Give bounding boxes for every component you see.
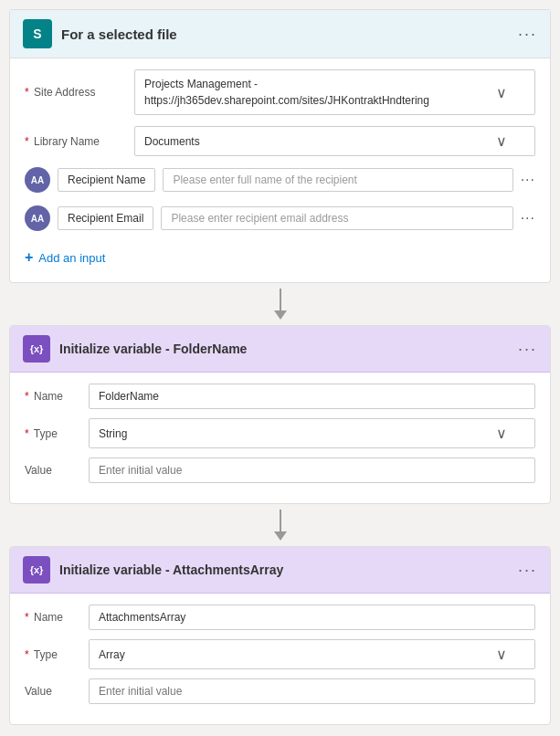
arrow-connector-2 (274, 510, 287, 541)
init-folder-header-left: {x} Initialize variable - FolderName (23, 335, 247, 363)
attachments-name-row: * Name (25, 605, 535, 630)
recipient-name-badge: AA (25, 167, 50, 193)
header-more-button[interactable]: ··· (518, 25, 537, 44)
card-header-left: S For a selected file (23, 19, 177, 48)
folder-value-row: Value (25, 457, 535, 483)
attachments-type-row: * Type Array ∨ (25, 639, 535, 669)
library-name-dropdown[interactable]: Documents ∨ (134, 126, 535, 156)
init-folder-body: * Name * Type String ∨ (10, 373, 550, 503)
site-address-label: * Site Address (25, 86, 134, 99)
arrow-line-1 (280, 289, 281, 310)
site-address-control[interactable]: Projects Management - https://jh365dev.s… (134, 69, 535, 115)
selected-file-card: S For a selected file ··· * Site Address… (9, 9, 551, 283)
folder-name-label: * Name (25, 390, 89, 403)
recipient-email-input[interactable]: Please enter recipient email address (161, 206, 512, 230)
folder-name-input[interactable] (89, 384, 535, 409)
attachments-value-input[interactable] (89, 678, 535, 704)
folder-type-control[interactable]: String ∨ (89, 418, 535, 448)
arrow-head-1 (274, 310, 287, 320)
library-name-label: * Library Name (25, 135, 134, 148)
site-address-dropdown[interactable]: Projects Management - https://jh365dev.s… (134, 69, 535, 115)
attachments-type-label: * Type (25, 648, 89, 661)
init-attachments-title: Initialize variable - AttachmentsArray (59, 563, 283, 577)
arrow-line-2 (280, 510, 281, 531)
init-attachments-icon: {x} (23, 556, 50, 584)
site-address-value: Projects Management - https://jh365dev.s… (144, 76, 429, 109)
folder-type-label: * Type (25, 427, 89, 440)
recipient-name-more-button[interactable]: ··· (521, 172, 535, 188)
library-name-row: * Library Name Documents ∨ (25, 126, 535, 156)
init-folder-card: {x} Initialize variable - FolderName ···… (9, 325, 551, 504)
folder-name-row: * Name (25, 384, 535, 409)
attachments-type-dropdown[interactable]: Array ∨ (89, 639, 535, 669)
recipient-name-label-box[interactable]: Recipient Name (58, 168, 155, 192)
site-address-arrow-icon: ∨ (496, 84, 507, 101)
attachments-name-label: * Name (25, 611, 89, 624)
init-attachments-header-left: {x} Initialize variable - AttachmentsArr… (23, 556, 283, 584)
init-folder-icon: {x} (23, 335, 50, 363)
sharepoint-icon: S (23, 19, 52, 48)
init-folder-header: {x} Initialize variable - FolderName ··· (10, 326, 550, 373)
recipient-email-label-box[interactable]: Recipient Email (58, 206, 153, 230)
folder-value-label: Value (25, 464, 89, 477)
init-attachments-body: * Name * Type Array ∨ (10, 594, 550, 724)
plus-icon: + (25, 249, 33, 266)
library-name-arrow-icon: ∨ (496, 132, 507, 150)
init-attachments-more-button[interactable]: ··· (518, 561, 537, 580)
card-body: * Site Address Projects Management - htt… (10, 58, 550, 282)
card-header: S For a selected file ··· (10, 10, 550, 58)
recipient-email-more-button[interactable]: ··· (521, 210, 535, 226)
recipient-name-row: AA Recipient Name Please enter full name… (25, 167, 535, 193)
library-name-value: Documents (144, 135, 200, 148)
init-attachments-header: {x} Initialize variable - AttachmentsArr… (10, 547, 550, 594)
attachments-type-value: Array (99, 648, 125, 661)
attachments-name-input[interactable] (89, 605, 535, 630)
init-attachments-card: {x} Initialize variable - AttachmentsArr… (9, 546, 551, 725)
add-input-label: Add an input (38, 251, 105, 265)
recipient-email-badge: AA (25, 205, 50, 231)
init-folder-more-button[interactable]: ··· (518, 340, 537, 359)
recipient-email-row: AA Recipient Email Please enter recipien… (25, 205, 535, 231)
add-input-button[interactable]: + Add an input (25, 244, 105, 271)
attachments-type-arrow-icon: ∨ (496, 646, 507, 663)
folder-type-row: * Type String ∨ (25, 418, 535, 448)
site-address-row: * Site Address Projects Management - htt… (25, 69, 535, 115)
folder-type-dropdown[interactable]: String ∨ (89, 418, 535, 448)
folder-value-input[interactable] (89, 457, 535, 483)
library-name-control[interactable]: Documents ∨ (134, 126, 535, 156)
init-folder-title: Initialize variable - FolderName (59, 342, 247, 356)
attachments-value-row: Value (25, 678, 535, 704)
card-title: For a selected file (61, 26, 177, 42)
arrow-connector-1 (274, 289, 287, 320)
folder-type-value: String (99, 427, 127, 440)
folder-type-arrow-icon: ∨ (496, 425, 507, 442)
arrow-head-2 (274, 531, 287, 541)
attachments-type-control[interactable]: Array ∨ (89, 639, 535, 669)
attachments-value-label: Value (25, 685, 89, 698)
recipient-name-input[interactable]: Please enter full name of the recipient (163, 168, 512, 192)
